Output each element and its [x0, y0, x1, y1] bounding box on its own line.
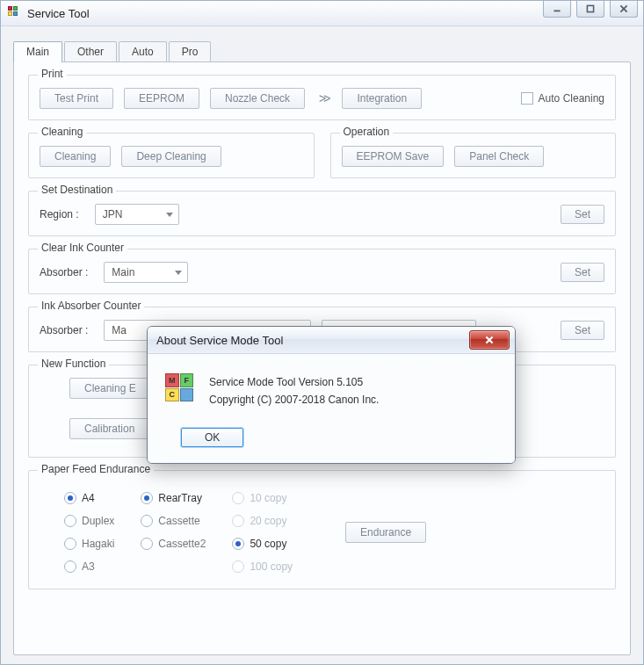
close-button[interactable]	[610, 1, 638, 18]
tab-pro[interactable]: Pro	[169, 41, 212, 61]
endurance-button[interactable]: Endurance	[345, 522, 426, 543]
chevron-down-icon	[175, 271, 182, 275]
absorber-label-1: Absorber :	[40, 266, 88, 278]
group-inkabs-legend: Ink Absorber Counter	[38, 300, 144, 312]
group-newfunc-legend: New Function	[38, 358, 109, 370]
chevron-down-icon	[166, 213, 173, 217]
group-paper-feed: Paper Feed Endurance A4 Duplex Hagaki A3…	[28, 470, 616, 589]
app-icon	[8, 6, 22, 20]
tab-auto[interactable]: Auto	[119, 41, 167, 61]
radio-a3[interactable]: A3	[64, 560, 114, 573]
group-feed-legend: Paper Feed Endurance	[38, 463, 154, 475]
about-dialog: About Service Mode Tool M F C Service Mo…	[147, 326, 516, 464]
absorber-label-2: Absorber :	[40, 324, 88, 336]
integration-button[interactable]: Integration	[342, 88, 422, 109]
absorber-value-2: Ma	[112, 324, 127, 336]
clearink-set-button[interactable]: Set	[561, 263, 604, 282]
group-print-legend: Print	[38, 68, 67, 80]
dialog-text: Service Mode Tool Version 5.105 Copyrigh…	[209, 373, 379, 408]
feed-col-tray: RearTray Cassette Cassette2	[141, 487, 206, 578]
checkbox-box-icon	[521, 92, 533, 105]
radio-100copy[interactable]: 100 copy	[232, 560, 293, 573]
radio-cassette[interactable]: Cassette	[141, 515, 206, 527]
feed-col-size: A4 Duplex Hagaki A3	[64, 487, 114, 578]
tab-other[interactable]: Other	[64, 41, 117, 61]
panel-check-button[interactable]: Panel Check	[454, 146, 544, 167]
inkabs-set-button[interactable]: Set	[561, 321, 604, 340]
dialog-close-button[interactable]	[469, 330, 510, 350]
dest-set-button[interactable]: Set	[561, 205, 604, 224]
radio-duplex[interactable]: Duplex	[64, 515, 114, 527]
dialog-line1: Service Mode Tool Version 5.105	[209, 373, 379, 391]
mfc-icon: M F C	[165, 373, 193, 401]
region-label: Region :	[40, 208, 79, 220]
deep-cleaning-button[interactable]: Deep Cleaning	[121, 146, 221, 167]
maximize-button[interactable]	[576, 1, 604, 18]
cleaning-e-button[interactable]: Cleaning E	[69, 378, 151, 399]
dialog-ok-button[interactable]: OK	[181, 428, 243, 447]
tab-main[interactable]: Main	[13, 41, 62, 62]
group-operation: Operation EEPROM Save Panel Check	[330, 133, 617, 178]
app-window: Service Tool Main Other Auto Pro Print T…	[0, 0, 644, 665]
group-operation-legend: Operation	[340, 126, 394, 138]
eeprom-save-button[interactable]: EEPROM Save	[342, 146, 445, 167]
radio-cassette2[interactable]: Cassette2	[141, 538, 206, 550]
nozzle-check-button[interactable]: Nozzle Check	[210, 88, 305, 109]
calibration-button[interactable]: Calibration	[69, 418, 149, 439]
radio-hagaki[interactable]: Hagaki	[64, 538, 114, 550]
absorber-dropdown-1[interactable]: Main	[104, 262, 188, 283]
arrows-icon: >>	[315, 91, 331, 105]
dialog-body: M F C Service Mode Tool Version 5.105 Co…	[148, 354, 515, 463]
radio-20copy[interactable]: 20 copy	[232, 515, 293, 527]
tab-strip: Main Other Auto Pro	[13, 40, 631, 61]
radio-a4[interactable]: A4	[64, 492, 114, 504]
radio-reartray[interactable]: RearTray	[141, 492, 206, 504]
cleaning-button[interactable]: Cleaning	[40, 146, 111, 167]
feed-col-copy: 10 copy 20 copy 50 copy 100 copy	[232, 487, 293, 578]
eeprom-button[interactable]: EEPROM	[124, 88, 199, 109]
minimize-button[interactable]	[543, 1, 571, 18]
dialog-title: About Service Mode Tool	[156, 334, 283, 347]
title-bar: Service Tool	[1, 1, 643, 26]
group-set-destination: Set Destination Region : JPN Set	[28, 191, 616, 236]
radio-10copy[interactable]: 10 copy	[232, 492, 293, 504]
auto-cleaning-label: Auto Cleaning	[539, 92, 604, 105]
group-dest-legend: Set Destination	[38, 184, 116, 196]
region-value: JPN	[103, 208, 123, 220]
group-cleaning: Cleaning Cleaning Deep Cleaning	[28, 133, 315, 178]
window-controls	[543, 1, 638, 18]
auto-cleaning-checkbox[interactable]: Auto Cleaning	[521, 92, 604, 105]
group-cleaning-legend: Cleaning	[38, 126, 86, 138]
dialog-line2: Copyright (C) 2007-2018 Canon Inc.	[209, 391, 379, 408]
absorber-value-1: Main	[112, 266, 134, 278]
group-clear-ink: Clear Ink Counter Absorber : Main Set	[28, 249, 616, 294]
window-title: Service Tool	[27, 7, 90, 20]
region-dropdown[interactable]: JPN	[95, 204, 179, 225]
test-print-button[interactable]: Test Print	[40, 88, 113, 109]
group-clearink-legend: Clear Ink Counter	[38, 242, 127, 254]
svg-rect-1	[587, 5, 593, 11]
dialog-title-bar: About Service Mode Tool	[148, 327, 515, 354]
group-print: Print Test Print EEPROM Nozzle Check >> …	[28, 75, 616, 120]
radio-50copy[interactable]: 50 copy	[232, 538, 293, 550]
